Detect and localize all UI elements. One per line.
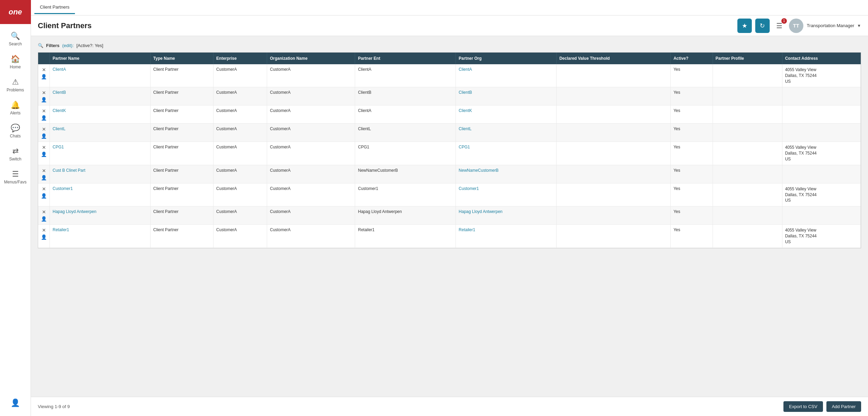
edit-user-button[interactable]: 👤	[41, 216, 47, 222]
sidebar-label-problems: Problems	[7, 88, 24, 92]
refresh-button[interactable]: ↻	[755, 19, 770, 33]
org-name-cell: CustomerA	[267, 124, 355, 142]
user-dropdown-arrow[interactable]: ▼	[857, 23, 861, 28]
partner-name-link[interactable]: CPG1	[53, 145, 64, 149]
edit-user-button[interactable]: 👤	[41, 133, 47, 139]
delete-button[interactable]: ✕	[42, 126, 46, 132]
menu-icon: ☰	[12, 170, 19, 179]
table-row: ✕ 👤 ClientBClient PartnerCustomerACustom…	[38, 87, 861, 105]
partner-org-link[interactable]: ClientA	[459, 67, 472, 72]
edit-user-button[interactable]: 👤	[41, 193, 47, 199]
star-icon: ★	[742, 22, 747, 30]
col-header-contact-address: Contact Address	[782, 53, 860, 64]
sidebar-item-home[interactable]: 🏠 Home	[0, 50, 31, 74]
favorite-button[interactable]: ★	[737, 19, 752, 33]
enterprise-cell: CustomerA	[213, 124, 267, 142]
export-csv-button[interactable]: Export to CSV	[783, 401, 823, 412]
partner-name-link[interactable]: Retailer1	[53, 227, 69, 232]
partner-org-link[interactable]: ClientB	[459, 90, 472, 95]
partner-org-link[interactable]: Customer1	[459, 186, 479, 191]
tab-client-partners[interactable]: Client Partners	[34, 1, 75, 14]
partner-ent-cell: CPG1	[355, 142, 456, 165]
notification-menu[interactable]: ☰ 1	[773, 20, 785, 32]
partner-org-cell: ClientK	[456, 105, 557, 124]
type-name-cell: Client Partner	[150, 64, 213, 87]
partner-name-link[interactable]: ClientL	[53, 126, 65, 131]
header-bar: Client Partners ★ ↻ ☰ 1 TT Transportatio…	[31, 15, 868, 36]
delete-button[interactable]: ✕	[42, 209, 46, 215]
switch-icon: ⇄	[12, 147, 19, 156]
partner-org-link[interactable]: Retailer1	[459, 227, 475, 232]
user-role: Transportation Manager	[807, 23, 854, 28]
col-header-declared-value: Declared Value Threshold	[557, 53, 671, 64]
sidebar-item-alerts[interactable]: 🔔 Alerts	[0, 97, 31, 120]
filter-bar: 🔍 Filters (edit): [Active?: Yes]	[38, 43, 861, 48]
partner-org-cell: Retailer1	[456, 225, 557, 248]
declared-value-cell	[557, 165, 671, 183]
partner-name-link[interactable]: Hapag Lloyd Antwerpen	[53, 209, 96, 214]
partner-name-link[interactable]: ClientB	[53, 90, 66, 95]
partner-org-link[interactable]: CPG1	[459, 145, 470, 149]
delete-button[interactable]: ✕	[42, 227, 46, 233]
edit-user-button[interactable]: 👤	[41, 97, 47, 102]
edit-user-button[interactable]: 👤	[41, 151, 47, 157]
partner-org-link[interactable]: ClientL	[459, 126, 471, 131]
row-actions-cell: ✕ 👤	[38, 225, 50, 248]
delete-button[interactable]: ✕	[42, 168, 46, 173]
sidebar-label-home: Home	[10, 65, 21, 69]
active-cell: Yes	[671, 183, 713, 206]
active-cell: Yes	[671, 87, 713, 105]
sidebar-item-chats[interactable]: 💬 Chats	[0, 120, 31, 143]
declared-value-cell	[557, 225, 671, 248]
sidebar-item-switch[interactable]: ⇄ Switch	[0, 143, 31, 166]
declared-value-cell	[557, 64, 671, 87]
partner-name-cell: Cust B Clinet Part	[50, 165, 151, 183]
partner-org-cell: NewNameCustomerB	[456, 165, 557, 183]
partner-org-link[interactable]: NewNameCustomerB	[459, 168, 498, 173]
partner-profile-cell	[713, 124, 782, 142]
col-header-enterprise: Enterprise	[213, 53, 267, 64]
edit-user-button[interactable]: 👤	[41, 115, 47, 121]
partner-org-link[interactable]: ClientK	[459, 108, 472, 113]
table-row: ✕ 👤 Customer1Client PartnerCustomerACust…	[38, 183, 861, 206]
sidebar-item-menus[interactable]: ☰ Menus/Favs	[0, 166, 31, 189]
enterprise-cell: CustomerA	[213, 183, 267, 206]
sidebar-item-search[interactable]: 🔍 Search	[0, 27, 31, 50]
partner-org-cell: ClientA	[456, 64, 557, 87]
table-row: ✕ 👤 Cust B Clinet PartClient PartnerCust…	[38, 165, 861, 183]
sidebar-item-user[interactable]: 👤	[11, 394, 20, 413]
partner-org-cell: ClientB	[456, 87, 557, 105]
org-name-cell: CustomerA	[267, 206, 355, 225]
edit-user-button[interactable]: 👤	[41, 234, 47, 240]
content-area: 🔍 Filters (edit): [Active?: Yes] Partner…	[31, 36, 868, 397]
edit-user-button[interactable]: 👤	[41, 74, 47, 79]
filter-edit-link[interactable]: (edit):	[62, 43, 74, 48]
delete-button[interactable]: ✕	[42, 186, 46, 192]
notification-badge: 1	[781, 18, 787, 24]
row-actions-cell: ✕ 👤	[38, 142, 50, 165]
type-name-cell: Client Partner	[150, 105, 213, 124]
enterprise-cell: CustomerA	[213, 142, 267, 165]
add-partner-button[interactable]: Add Partner	[826, 401, 861, 412]
table-row: ✕ 👤 ClientKClient PartnerCustomerACustom…	[38, 105, 861, 124]
partner-org-link[interactable]: Hapag Lloyd Antwerpen	[459, 209, 502, 214]
logo-text: one	[9, 8, 22, 16]
partner-name-link[interactable]: Cust B Clinet Part	[53, 168, 85, 173]
delete-button[interactable]: ✕	[42, 90, 46, 95]
declared-value-cell	[557, 183, 671, 206]
org-name-cell: CustomerA	[267, 87, 355, 105]
sidebar-item-problems[interactable]: ⚠ Problems	[0, 74, 31, 97]
enterprise-cell: CustomerA	[213, 64, 267, 87]
partner-name-link[interactable]: ClientK	[53, 108, 66, 113]
edit-user-button[interactable]: 👤	[41, 175, 47, 180]
search-icon: 🔍	[11, 32, 20, 41]
partner-ent-cell: Retailer1	[355, 225, 456, 248]
row-actions-cell: ✕ 👤	[38, 64, 50, 87]
org-name-cell: CustomerA	[267, 183, 355, 206]
delete-button[interactable]: ✕	[42, 67, 46, 72]
partner-name-link[interactable]: ClientA	[53, 67, 66, 72]
org-name-cell: CustomerA	[267, 64, 355, 87]
delete-button[interactable]: ✕	[42, 145, 46, 150]
partner-name-link[interactable]: Customer1	[53, 186, 73, 191]
delete-button[interactable]: ✕	[42, 108, 46, 114]
